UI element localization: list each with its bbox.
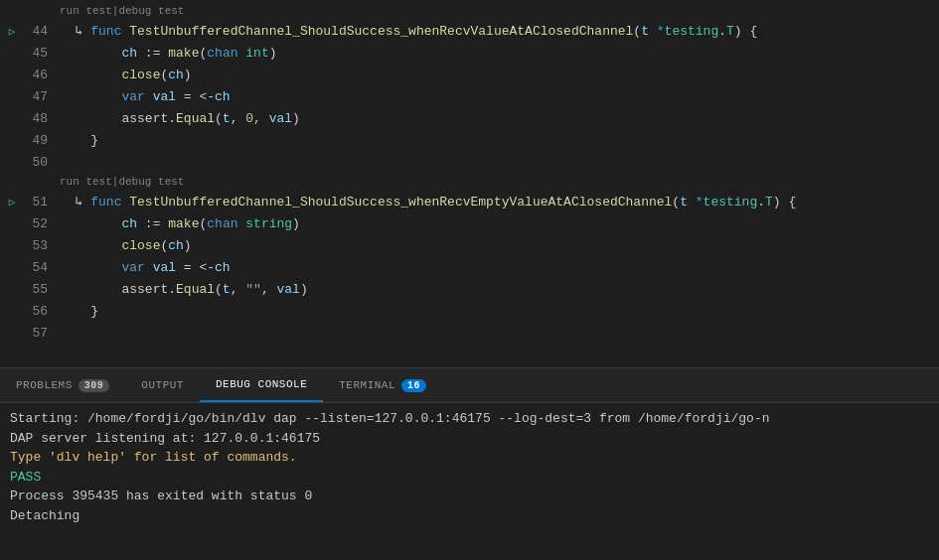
code-line-53: 53 close(ch) <box>0 234 939 256</box>
debug-test-link-2[interactable]: debug test <box>118 176 184 188</box>
code-line-49: 49 } <box>0 129 939 151</box>
line-number-47: 47 <box>24 89 48 104</box>
code-line-55: 55 assert.Equal(t, "", val) <box>0 278 939 300</box>
code-line-45: 45 ch := make(chan int) <box>0 42 939 64</box>
tab-terminal-label: TERMINAL <box>339 379 395 391</box>
code-line-56: 56 } <box>0 300 939 322</box>
run-debug-hint-2: run test | debug test <box>0 173 939 191</box>
run-test-link-1[interactable]: run test <box>60 5 112 17</box>
code-line-52: 52 ch := make(chan string) <box>0 212 939 234</box>
line-content-56: } <box>56 304 98 319</box>
line-number-50: 50 <box>24 155 48 170</box>
tab-output[interactable]: OUTPUT <box>125 368 200 402</box>
line-content-45: ch := make(chan int) <box>56 46 277 61</box>
run-icon-51[interactable]: ▷ <box>6 196 18 209</box>
tab-problems-label: PROBLEMS <box>16 379 73 391</box>
tab-terminal[interactable]: TERMINAL 16 <box>323 368 442 402</box>
separator-2: | <box>112 176 119 188</box>
tab-bar: PROBLEMS 309 OUTPUT DEBUG CONSOLE TERMIN… <box>0 368 939 403</box>
line-content-53: close(ch) <box>56 238 192 253</box>
terminal-badge: 16 <box>401 379 426 392</box>
console-line-2: DAP server listening at: 127.0.0.1:46175 <box>10 429 929 449</box>
line-content-51: ↳ func TestUnbufferedChannel_ShouldSucce… <box>56 194 796 210</box>
line-number-55: 55 <box>24 282 48 297</box>
line-number-46: 46 <box>24 68 48 82</box>
line-number-48: 48 <box>24 111 48 126</box>
tab-debug-console[interactable]: DEBUG CONSOLE <box>200 368 323 402</box>
code-line-44: ▷ 44 ↳ func TestUnbufferedChannel_Should… <box>0 20 939 42</box>
code-line-51: ▷ 51 ↳ func TestUnbufferedChannel_Should… <box>0 191 939 212</box>
run-debug-hint-1: run test | debug test <box>0 2 939 20</box>
console-line-5: Process 395435 has exited with status 0 <box>10 487 929 506</box>
line-number-44: 44 <box>24 24 48 39</box>
line-number-53: 53 <box>24 238 48 253</box>
tab-output-label: OUTPUT <box>141 379 184 391</box>
code-line-50: 50 <box>0 151 939 173</box>
tab-problems[interactable]: PROBLEMS 309 <box>0 368 125 402</box>
problems-badge: 309 <box>78 379 110 392</box>
line-content-46: close(ch) <box>56 68 192 82</box>
code-line-47: 47 var val = <-ch <box>0 85 939 107</box>
debug-test-link-1[interactable]: debug test <box>118 5 184 17</box>
code-line-46: 46 close(ch) <box>0 64 939 85</box>
line-content-52: ch := make(chan string) <box>56 216 300 231</box>
code-line-54: 54 var val = <-ch <box>0 256 939 278</box>
line-number-54: 54 <box>24 260 48 275</box>
line-number-51: 51 <box>24 195 48 210</box>
run-icon-44[interactable]: ▷ <box>6 25 18 38</box>
line-content-49: } <box>56 133 98 148</box>
tab-debug-console-label: DEBUG CONSOLE <box>216 378 307 390</box>
line-number-57: 57 <box>24 326 48 341</box>
line-content-55: assert.Equal(t, "", val) <box>56 282 308 297</box>
separator-1: | <box>112 5 119 17</box>
editor-container: run test | debug test ▷ 44 ↳ func TestUn… <box>0 0 939 367</box>
line-content-54: var val = <-ch <box>56 260 231 275</box>
line-number-56: 56 <box>24 304 48 319</box>
line-content-48: assert.Equal(t, 0, val) <box>56 111 300 126</box>
console-output: Starting: /home/fordji/go/bin/dlv dap --… <box>0 403 939 560</box>
line-number-52: 52 <box>24 216 48 231</box>
console-line-1: Starting: /home/fordji/go/bin/dlv dap --… <box>10 409 929 429</box>
line-number-45: 45 <box>24 46 48 61</box>
run-test-link-2[interactable]: run test <box>60 176 112 188</box>
console-line-3: Type 'dlv help' for list of commands. <box>10 448 929 468</box>
console-line-6: Detaching <box>10 506 929 526</box>
console-line-4: PASS <box>10 468 929 488</box>
line-content-44: ↳ func TestUnbufferedChannel_ShouldSucce… <box>56 23 757 39</box>
code-line-48: 48 assert.Equal(t, 0, val) <box>0 107 939 129</box>
code-line-57: 57 <box>0 322 939 344</box>
line-number-49: 49 <box>24 133 48 148</box>
line-content-47: var val = <-ch <box>56 89 231 104</box>
bottom-panel: PROBLEMS 309 OUTPUT DEBUG CONSOLE TERMIN… <box>0 367 939 560</box>
